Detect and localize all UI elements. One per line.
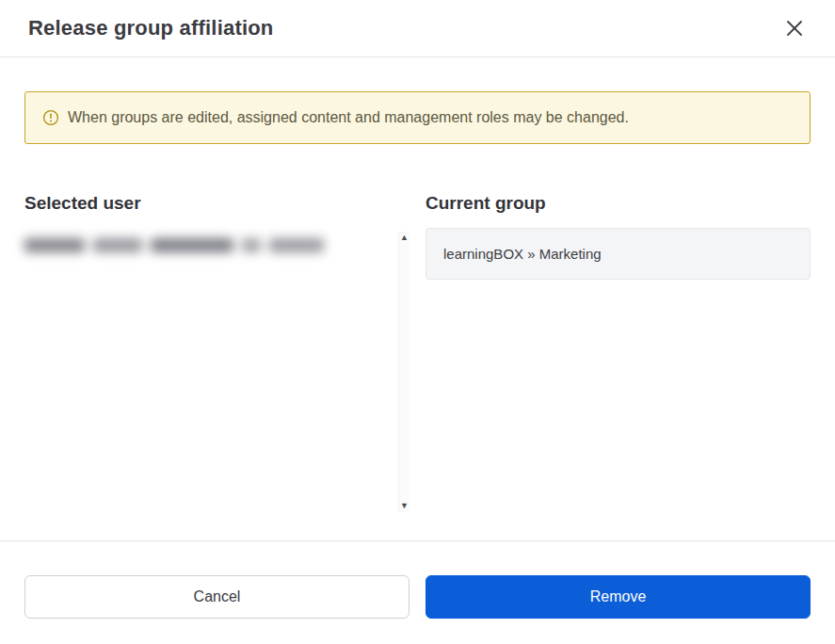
dialog-body: When groups are edited, assigned content… [0,57,835,540]
redacted-text-blob [242,238,261,252]
selected-user-heading: Selected user [24,193,409,214]
current-group-item: learningBOX » Marketing [426,228,811,280]
warning-circle-icon [42,109,59,126]
close-icon-glyph [784,18,805,39]
scroll-down-arrow-icon[interactable]: ▼ [400,502,409,510]
dialog-title: Release group affiliation [28,16,274,40]
close-icon[interactable] [780,14,809,42]
current-group-heading: Current group [426,193,811,214]
redacted-text-blob [269,238,324,252]
selected-user-list: ▲ ▼ [24,228,409,518]
redacted-text-blob [93,238,142,252]
current-group-section: Current group learningBOX » Marketing [426,193,811,518]
dialog-footer: Cancel Remove [0,540,835,644]
user-list-scrollbar[interactable]: ▲ ▼ [398,232,409,512]
warning-banner: When groups are edited, assigned content… [24,91,811,144]
remove-button[interactable]: Remove [426,575,811,619]
selected-user-section: Selected user ▲ ▼ [24,193,409,518]
redacted-text-blob [151,238,233,252]
current-group-label: learningBOX » Marketing [443,246,602,262]
dialog-columns: Selected user ▲ ▼ Current [24,193,811,518]
warning-text: When groups are edited, assigned content… [68,109,629,126]
cancel-button[interactable]: Cancel [24,575,409,619]
release-group-affiliation-dialog: Release group affiliation When groups ar… [0,0,835,644]
scroll-up-arrow-icon[interactable]: ▲ [400,233,409,242]
dialog-header: Release group affiliation [0,0,835,57]
selected-user-redacted [24,228,345,262]
redacted-text-blob [24,238,85,252]
